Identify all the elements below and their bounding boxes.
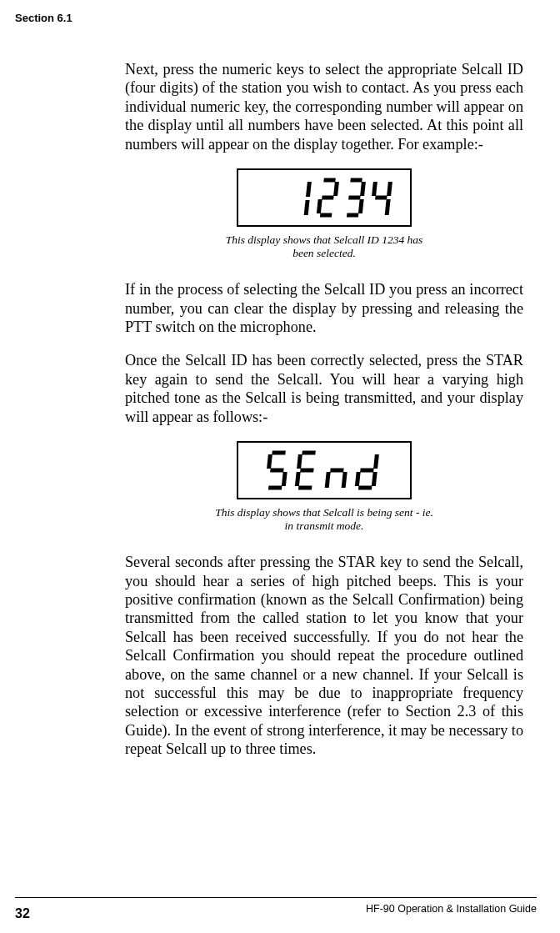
caption-1: This display shows that Selcall ID 1234 … xyxy=(125,233,523,260)
lcd-display-send xyxy=(237,441,412,499)
paragraph-4: Several seconds after pressing the STAR … xyxy=(125,553,523,758)
svg-line-13 xyxy=(389,182,391,196)
svg-line-3 xyxy=(336,182,338,196)
svg-line-29 xyxy=(376,454,378,469)
svg-line-17 xyxy=(269,454,271,469)
svg-line-31 xyxy=(357,472,358,486)
paragraph-3: Once the Selcall ID has been correctly s… xyxy=(125,351,523,426)
lcd-display-1234 xyxy=(237,168,412,227)
seven-seg-1234-icon xyxy=(288,177,397,218)
caption-2-line-b: in transmit mode. xyxy=(285,519,364,532)
svg-line-22 xyxy=(299,454,301,469)
svg-line-32 xyxy=(373,472,375,486)
caption-2-line-a: This display shows that Selcall is being… xyxy=(215,506,433,519)
caption-1-line-a: This display shows that Selcall ID 1234 … xyxy=(226,233,423,246)
footer-rule xyxy=(15,897,537,898)
paragraph-1: Next, press the numeric keys to select t… xyxy=(125,60,523,153)
svg-line-1 xyxy=(306,200,308,215)
paragraph-2: If in the process of selecting the Selca… xyxy=(125,280,523,336)
caption-2: This display shows that Selcall is being… xyxy=(125,506,523,533)
main-content: Next, press the numeric keys to select t… xyxy=(125,60,523,773)
svg-line-24 xyxy=(297,472,298,486)
footer-title: HF-90 Operation & Installation Guide xyxy=(366,903,537,915)
svg-line-10 xyxy=(360,199,362,213)
svg-line-28 xyxy=(343,472,345,488)
svg-line-12 xyxy=(374,182,376,196)
svg-line-26 xyxy=(327,472,328,488)
svg-line-19 xyxy=(283,472,285,486)
svg-line-15 xyxy=(387,199,388,215)
section-header: Section 6.1 xyxy=(15,12,72,24)
svg-line-5 xyxy=(318,199,320,213)
caption-1-line-b: been selected. xyxy=(292,247,356,259)
svg-line-8 xyxy=(362,182,364,196)
svg-line-0 xyxy=(308,182,309,197)
seven-seg-send-icon xyxy=(262,449,387,491)
page-number: 32 xyxy=(15,906,30,921)
